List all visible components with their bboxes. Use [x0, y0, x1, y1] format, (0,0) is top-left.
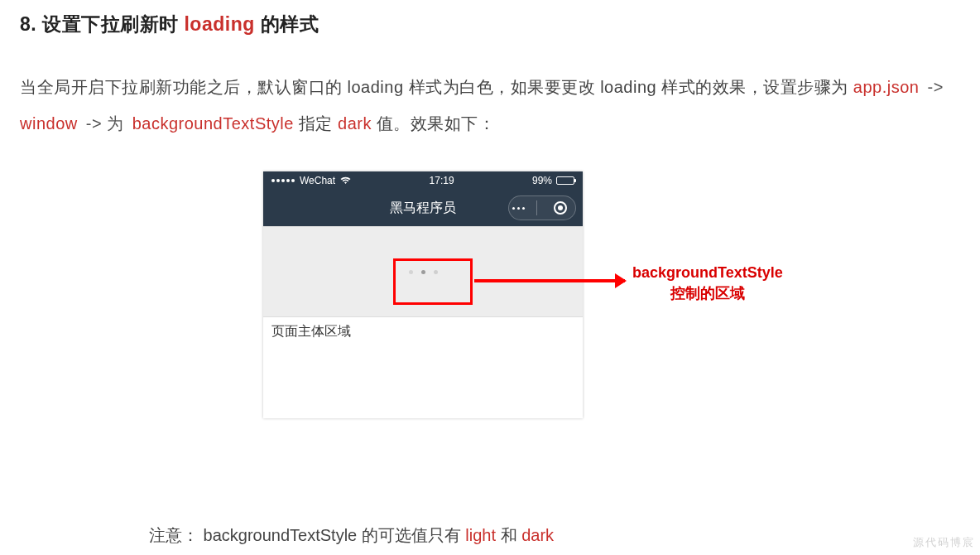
signal-icon — [271, 179, 295, 182]
callout-line-1: backgroundTextStyle — [632, 263, 783, 283]
status-left: WeChat — [271, 175, 351, 186]
step-bgtextstyle: backgroundTextStyle — [132, 114, 294, 133]
nav-bar: 黑马程序员 — [263, 190, 583, 226]
annotation-arrow — [474, 279, 625, 282]
heading-suffix: 的样式 — [255, 13, 319, 35]
battery-percent: 99% — [532, 175, 552, 186]
para-text-1: 当全局开启下拉刷新功能之后，默认窗口的 loading 样式为白色，如果要更改 … — [20, 78, 853, 96]
capsule-separator — [536, 200, 537, 215]
note-light: light — [465, 526, 496, 544]
step-appjson: app.json — [853, 78, 920, 96]
nav-title: 黑马程序员 — [390, 200, 456, 217]
heading-prefix: 设置下拉刷新时 — [42, 13, 184, 35]
page-content-area: 页面主体区域 — [263, 316, 583, 417]
annotation-callout: backgroundTextStyle 控制的区域 — [632, 263, 783, 304]
para-mid: 指定 — [294, 114, 338, 133]
step-dark: dark — [338, 114, 372, 133]
note-text: 注意： backgroundTextStyle 的可选值只有 light 和 d… — [149, 524, 554, 547]
note-prefix: 注意： backgroundTextStyle 的可选值只有 — [149, 526, 465, 544]
capsule-menu-icon — [517, 207, 520, 210]
capsule-close-icon — [554, 201, 567, 215]
capsule-button — [508, 195, 576, 220]
watermark: 源代码博宸 — [913, 535, 975, 550]
battery-icon — [556, 176, 574, 185]
annotation-box — [393, 258, 473, 305]
note-dark: dark — [521, 526, 554, 544]
arrow-2: -> 为 — [78, 114, 132, 133]
callout-line-2: 控制的区域 — [632, 283, 783, 304]
note-mid: 和 — [496, 526, 521, 544]
content-text: 页面主体区域 — [271, 324, 351, 338]
step-window: window — [20, 114, 78, 133]
heading-loading-word: loading — [184, 13, 254, 35]
status-right: 99% — [532, 175, 574, 186]
section-heading: 8. 设置下拉刷新时 loading 的样式 — [0, 0, 980, 37]
figure-wrapper: WeChat 17:19 99% 黑马程序员 — [0, 171, 980, 445]
wifi-icon — [340, 176, 351, 185]
status-time: 17:19 — [430, 175, 454, 186]
heading-number: 8. — [20, 13, 42, 35]
para-end: 值。效果如下： — [372, 114, 496, 133]
status-bar: WeChat 17:19 99% — [263, 171, 583, 190]
description-paragraph: 当全局开启下拉刷新功能之后，默认窗口的 loading 样式为白色，如果要更改 … — [0, 37, 980, 142]
arrow-1: -> — [919, 78, 946, 96]
carrier-text: WeChat — [300, 175, 335, 186]
